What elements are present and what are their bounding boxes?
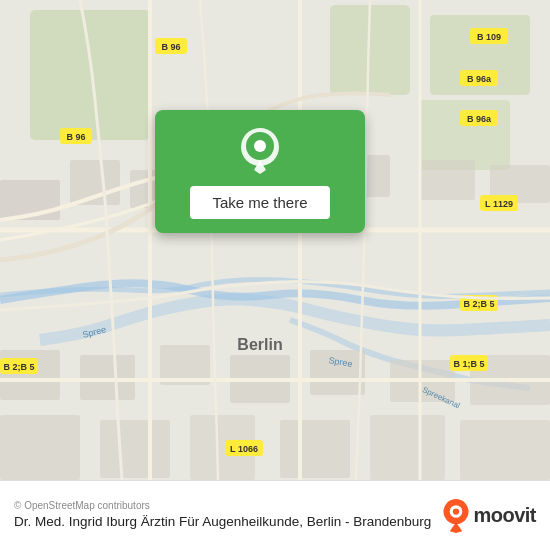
svg-rect-11 <box>420 160 475 200</box>
svg-point-57 <box>254 140 266 152</box>
svg-text:L 1129: L 1129 <box>485 199 513 209</box>
svg-text:B 96: B 96 <box>161 42 180 52</box>
svg-rect-1 <box>30 10 150 140</box>
map-container: B 96 B 96 B 109 B 96a B 96a L 1129 B 2;B… <box>0 0 550 480</box>
take-me-there-button[interactable]: Take me there <box>190 186 329 219</box>
svg-text:B 96a: B 96a <box>467 74 492 84</box>
moovit-pin-icon <box>442 499 470 533</box>
svg-text:B 109: B 109 <box>477 32 501 42</box>
osm-credit: © OpenStreetMap contributors <box>14 500 432 511</box>
moovit-brand-label: moovit <box>473 504 536 527</box>
svg-text:B 2;B 5: B 2;B 5 <box>463 299 494 309</box>
svg-text:B 96: B 96 <box>66 132 85 142</box>
svg-text:Berlin: Berlin <box>237 336 282 353</box>
pin-icon-wrap <box>236 128 284 176</box>
svg-rect-21 <box>100 420 170 478</box>
svg-rect-24 <box>370 415 445 480</box>
svg-point-60 <box>453 508 459 514</box>
svg-rect-23 <box>280 420 350 478</box>
svg-rect-20 <box>0 415 80 480</box>
svg-text:B 1;B 5: B 1;B 5 <box>453 359 484 369</box>
svg-text:B 96a: B 96a <box>467 114 492 124</box>
footer-text-wrap: © OpenStreetMap contributors Dr. Med. In… <box>14 500 432 531</box>
footer: © OpenStreetMap contributors Dr. Med. In… <box>0 480 550 550</box>
place-name: Dr. Med. Ingrid Iburg Ärztin Für Augenhe… <box>14 513 432 531</box>
moovit-logo: moovit <box>442 499 536 533</box>
svg-rect-13 <box>0 350 60 400</box>
location-card: Take me there <box>155 110 365 233</box>
svg-text:B 2;B 5: B 2;B 5 <box>3 362 34 372</box>
svg-text:L 1066: L 1066 <box>230 444 258 454</box>
svg-rect-25 <box>460 420 550 480</box>
svg-rect-14 <box>80 355 135 400</box>
